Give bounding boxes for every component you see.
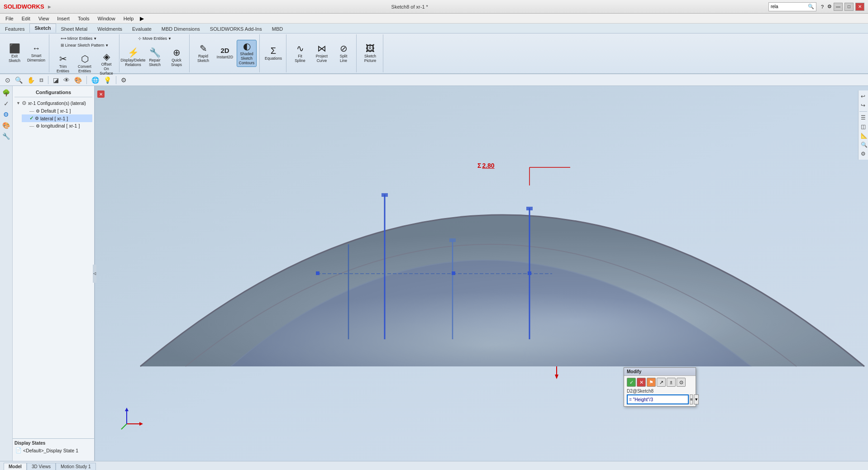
- menu-help[interactable]: Help: [120, 15, 138, 22]
- modify-flag-button[interactable]: ⚑: [647, 378, 656, 387]
- fit-spline-button[interactable]: ∿ FitSpline: [290, 40, 310, 67]
- appearances-icon[interactable]: 🎨: [73, 76, 83, 85]
- tab-motion-study-1[interactable]: Motion Study 1: [56, 463, 96, 470]
- search-input[interactable]: [771, 4, 807, 9]
- modify-unit-button2[interactable]: ▼: [694, 394, 699, 404]
- sketch-close-button[interactable]: ✕: [97, 90, 105, 98]
- quick-snaps-button[interactable]: ⊕ QuickSnaps: [167, 44, 186, 71]
- config-item-longitudinal[interactable]: — ⚙ longitudinal [ xr-1 ]: [22, 122, 92, 129]
- ribbon-group-relations-items: ⚡ Display/DeleteRelations 🔧 RepairSketch…: [123, 43, 186, 71]
- config-tree-root[interactable]: ▼ ⚙ xr-1 Configuration(s) (lateral): [15, 99, 92, 107]
- sidebar-content: Configurations ▼ ⚙ xr-1 Configuration(s)…: [13, 86, 94, 461]
- right-icon-2[interactable]: ↪: [859, 101, 867, 109]
- convert-entities-button[interactable]: ⬡ ConvertEntities: [75, 50, 95, 77]
- tab-solidworks-add-ins[interactable]: SOLIDWORKS Add-Ins: [205, 24, 267, 33]
- menu-view[interactable]: View: [35, 15, 53, 22]
- config-item-default[interactable]: — ⚙ Default [ xr-1 ]: [22, 107, 92, 114]
- minimize-button[interactable]: —: [834, 3, 843, 11]
- right-icon-3[interactable]: ☰: [859, 114, 867, 122]
- offset-on-surface-button[interactable]: ◈ OffsetOnSurface: [96, 50, 116, 77]
- menu-tools[interactable]: Tools: [74, 15, 93, 22]
- modify-arrow-button[interactable]: ↗: [657, 378, 666, 387]
- display-state-item[interactable]: 📄 <Default>_Display State 1: [14, 446, 92, 454]
- menubar: File Edit View Insert Tools Window Help …: [0, 14, 868, 24]
- svg-marker-17: [139, 422, 143, 426]
- menu-window[interactable]: Window: [94, 15, 119, 22]
- display-style-icon[interactable]: ◪: [52, 76, 60, 85]
- rapid-sketch-button[interactable]: ✎ RapidSketch: [193, 40, 213, 67]
- expand-arrow[interactable]: ▶: [48, 5, 51, 9]
- mirror-entities-button[interactable]: ⟺ Mirror Entities ▼: [58, 35, 111, 42]
- tab-mbd-dimensions[interactable]: MBD Dimensions: [157, 24, 205, 33]
- view-pan-icon[interactable]: ✋: [26, 76, 36, 85]
- right-icon-1[interactable]: ↩: [859, 92, 867, 100]
- right-icon-7[interactable]: ⚙: [859, 150, 867, 158]
- display-delete-relations-button[interactable]: ⚡ Display/DeleteRelations: [123, 44, 143, 71]
- dimension-value: 2.80: [482, 162, 494, 169]
- tree-expand-arrow[interactable]: ▼: [16, 101, 20, 105]
- section-view-icon[interactable]: ⧈: [38, 75, 45, 85]
- modify-cam-button[interactable]: ⊙: [677, 378, 686, 387]
- tab-features[interactable]: Features: [0, 24, 29, 33]
- shaded-sketch-contours-button[interactable]: ◐ ShadedSketchContours: [237, 40, 257, 67]
- repair-sketch-button[interactable]: 🔧 RepairSketch: [145, 44, 165, 71]
- tab-sheet-metal[interactable]: Sheet Metal: [56, 24, 93, 33]
- modify-plusminus-button[interactable]: ±: [667, 378, 676, 387]
- lights-icon[interactable]: 💡: [102, 76, 113, 85]
- hide-show-icon[interactable]: 👁: [62, 76, 71, 85]
- tab-weldments[interactable]: Weldments: [92, 24, 127, 33]
- search-icon[interactable]: 🔍: [808, 4, 814, 9]
- menu-file[interactable]: File: [2, 15, 17, 22]
- view-settings-icon[interactable]: ⚙: [119, 76, 128, 85]
- help-icon[interactable]: ?: [821, 4, 824, 9]
- config-item-lateral[interactable]: ✓ ⚙ lateral [ xr-1 ]: [22, 114, 92, 122]
- sidebar-feature-tree-icon[interactable]: 🌳: [1, 88, 11, 98]
- menu-edit[interactable]: Edit: [18, 15, 34, 22]
- split-line-button[interactable]: ⊘ SplitLine: [334, 40, 353, 67]
- coordinate-indicator: [118, 406, 145, 434]
- titlebar: SOLIDWORKS ▶ Sketch8 of xr-1 * 🔍 ? ⚙ — □…: [0, 0, 868, 14]
- project-curve-button[interactable]: ⋈ ProjectCurve: [312, 40, 332, 67]
- close-button[interactable]: ✕: [855, 3, 864, 11]
- menu-more[interactable]: ▶: [140, 15, 144, 22]
- view-zoom-icon[interactable]: 🔍: [14, 76, 24, 85]
- settings-icon[interactable]: ⚙: [827, 4, 832, 9]
- instant2d-button[interactable]: 2D Instant2D: [215, 40, 235, 67]
- right-icon-6[interactable]: 🔍: [859, 141, 867, 149]
- modify-unit-button[interactable]: ≡: [690, 394, 693, 404]
- tab-sketch[interactable]: Sketch: [29, 24, 56, 33]
- rapid-sketch-icon: ✎: [200, 44, 207, 53]
- tab-model[interactable]: Model: [4, 463, 27, 470]
- trim-entities-button[interactable]: ✂ TrimEntities: [53, 50, 73, 77]
- menu-insert[interactable]: Insert: [53, 15, 73, 22]
- move-icon: ⊹: [138, 36, 142, 41]
- right-icon-4[interactable]: ◫: [859, 123, 867, 131]
- sidebar-tools-icon[interactable]: 🔧: [1, 131, 11, 141]
- view-rotate-icon[interactable]: ⊙: [4, 76, 12, 85]
- modify-ok-button[interactable]: ✓: [627, 378, 636, 387]
- svg-rect-9: [316, 271, 320, 275]
- viewport[interactable]: Σ 2.80 Modify ✓ ✕ ⚑ ↗ ± ⊙ D2@Sketch8 ≡: [95, 86, 868, 461]
- exit-sketch-button[interactable]: ⬛ ExitSketch: [5, 40, 24, 67]
- maximize-button[interactable]: □: [844, 3, 854, 11]
- modify-cancel-button[interactable]: ✕: [637, 378, 646, 387]
- equations-button[interactable]: Σ Equations: [263, 40, 283, 67]
- tab-3d-views[interactable]: 3D Views: [27, 463, 56, 470]
- dimension-annotation[interactable]: Σ 2.80: [477, 162, 495, 169]
- sketch-picture-button[interactable]: 🖼 SketchPicture: [360, 40, 380, 67]
- tab-mbd[interactable]: MBD: [267, 24, 288, 33]
- modify-value-input[interactable]: [627, 394, 689, 404]
- display-delete-label: Display/DeleteRelations: [121, 58, 146, 67]
- scene-icon[interactable]: 🌐: [90, 76, 100, 85]
- sidebar-collapse-handle[interactable]: ◁: [93, 265, 96, 283]
- sidebar-property-icon[interactable]: ✓: [2, 99, 10, 109]
- sidebar-config-icon[interactable]: ⚙: [2, 109, 10, 119]
- tab-evaluate[interactable]: Evaluate: [127, 24, 157, 33]
- move-entities-button[interactable]: ⊹ Move Entities ▼: [136, 35, 174, 42]
- smart-dimension-button[interactable]: ↔ SmartDimension: [26, 40, 46, 67]
- linear-sketch-pattern-button[interactable]: ⊞ Linear Sketch Pattern ▼: [58, 42, 111, 48]
- sidebar-display-icon[interactable]: 🎨: [1, 120, 11, 130]
- right-icon-5[interactable]: 📐: [859, 132, 867, 140]
- search-box[interactable]: 🔍: [768, 2, 816, 11]
- svg-rect-11: [528, 271, 531, 275]
